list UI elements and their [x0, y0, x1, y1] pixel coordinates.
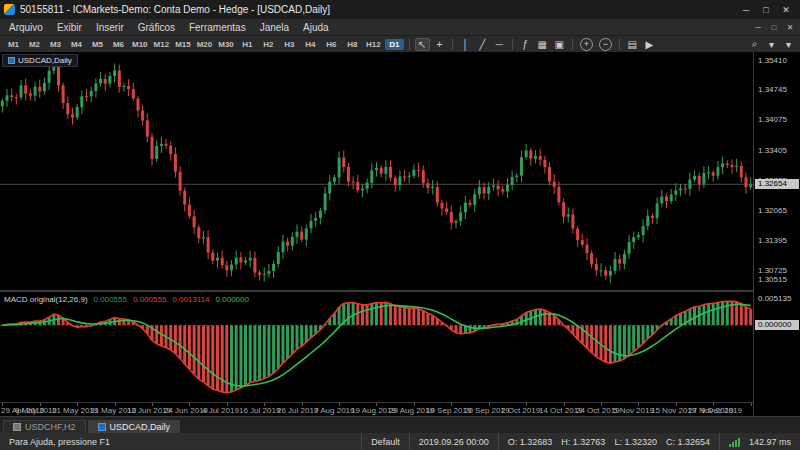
timeframe-button-m1[interactable]: M1	[4, 39, 23, 50]
tile-windows-icon[interactable]: ▤	[625, 38, 640, 51]
candle	[745, 177, 748, 187]
timeframe-button-h8[interactable]: H8	[343, 39, 362, 50]
trendline-icon[interactable]: ╱	[475, 38, 490, 51]
zoom-out-icon[interactable]: −	[599, 38, 612, 51]
chart-region[interactable]: USDCAD,Daily MACD original(12,26,9) 0.00…	[0, 52, 753, 402]
timeframe-button-m3[interactable]: M3	[46, 39, 65, 50]
candle	[651, 216, 654, 218]
candle	[398, 177, 401, 186]
candle	[267, 271, 270, 274]
macd-indicator-label: MACD original(12,26,9) 0.0005550.0005550…	[4, 295, 249, 304]
indicator-windows-icon[interactable]: ▦	[535, 38, 550, 51]
macd-indicator-panel[interactable]	[0, 292, 753, 402]
timeframe-button-m15[interactable]: M15	[173, 39, 193, 50]
child-close-button[interactable]: ✕	[782, 21, 798, 34]
macd-histogram-bar	[193, 325, 196, 374]
menu-item-ferramentas[interactable]: Ferramentas	[182, 19, 253, 35]
candle	[506, 185, 509, 192]
candle	[197, 227, 200, 238]
menu-item-exibir[interactable]: Exibir	[50, 19, 89, 35]
zoom-in-icon[interactable]: +	[580, 38, 593, 51]
candle	[66, 103, 69, 114]
macd-histogram-bar	[735, 302, 738, 325]
crosshair-icon[interactable]: +	[432, 38, 447, 51]
status-ohlc-panel: O: 1.32683H: 1.32763L: 1.32320C: 1.32654	[498, 433, 719, 450]
macd-histogram-bar	[347, 303, 350, 325]
date-axis[interactable]: 29 Apr 20199 May 201921 May 201931 May 2…	[0, 402, 753, 416]
chart-tab-icon	[98, 423, 106, 431]
candle	[487, 187, 490, 194]
macd-histogram-bar	[202, 325, 205, 382]
timeframe-button-d1[interactable]: D1	[385, 39, 404, 50]
timeframe-button-h2[interactable]: H2	[259, 39, 278, 50]
candle	[702, 173, 705, 184]
macd-histogram-bar	[637, 325, 640, 348]
date-axis-label: 9 Dec 2019	[701, 406, 742, 415]
child-restore-button[interactable]: □	[766, 21, 782, 34]
chart-tab-usdchf-h2[interactable]: USDCHF,H2	[3, 420, 86, 433]
maximize-button[interactable]: □	[756, 2, 776, 17]
macd-histogram-bar	[614, 325, 617, 362]
macd-current-value-label: 0.000000	[755, 320, 799, 330]
candle	[249, 258, 252, 261]
cursor-icon[interactable]: ↖	[415, 38, 430, 51]
candle	[165, 144, 168, 146]
macd-histogram-bar	[539, 309, 542, 325]
macd-histogram-bar	[216, 325, 219, 390]
candle	[520, 157, 523, 175]
timeframe-button-h12[interactable]: H12	[364, 39, 383, 50]
timeframe-group: M1M2M3M4M5M6M10M12M15M20M30H1H2H3H4H6H8H…	[3, 39, 405, 50]
candle	[38, 87, 41, 92]
menu-item-janela[interactable]: Janela	[253, 19, 296, 35]
close-button[interactable]: ✕	[776, 2, 796, 17]
minimize-button[interactable]: ─	[736, 2, 756, 17]
candlestick-chart[interactable]	[0, 52, 753, 290]
menu-item-ajuda[interactable]: Ajuda	[296, 19, 336, 35]
price-axis-label: 1.34075	[758, 115, 787, 125]
timeframe-button-m20[interactable]: M20	[195, 39, 215, 50]
timeframe-button-m12[interactable]: M12	[152, 39, 172, 50]
chart-tab-usdcad-daily[interactable]: USDCAD,Daily	[88, 420, 181, 433]
macd-histogram-bar	[155, 325, 158, 344]
timeframe-button-m5[interactable]: M5	[88, 39, 107, 50]
macd-histogram-bar	[459, 325, 462, 334]
timeframe-button-m4[interactable]: M4	[67, 39, 86, 50]
candle	[207, 237, 210, 252]
algo-trading-icon[interactable]: ▶	[642, 38, 657, 51]
menu-item-arquivo[interactable]: Arquivo	[2, 19, 50, 35]
candle	[15, 97, 18, 98]
status-profile-panel[interactable]: Default	[361, 433, 409, 450]
candle	[6, 95, 9, 101]
horizontal-line-icon[interactable]: ─	[492, 38, 507, 51]
price-axis[interactable]: 1.354101.347451.340751.334051.327351.320…	[753, 52, 800, 416]
favorites-dropdown-icon[interactable]: ▾	[764, 38, 779, 51]
timeframe-button-m10[interactable]: M10	[130, 39, 150, 50]
macd-histogram-bar	[590, 325, 593, 353]
chart-symbol-chip[interactable]: USDCAD,Daily	[2, 54, 78, 67]
timeframe-button-h6[interactable]: H6	[322, 39, 341, 50]
timeframe-button-m30[interactable]: M30	[216, 39, 236, 50]
timeframe-button-h1[interactable]: H1	[238, 39, 257, 50]
macd-histogram-bar	[179, 325, 182, 358]
child-minimize-button[interactable]: ─	[750, 21, 766, 34]
candle	[29, 94, 32, 96]
status-connection-panel[interactable]: 142.97 ms	[719, 433, 800, 450]
date-axis-tick	[751, 403, 752, 406]
objects-list-icon[interactable]: ▣	[552, 38, 567, 51]
timeframe-button-h3[interactable]: H3	[280, 39, 299, 50]
menu-item-inserir[interactable]: Inserir	[89, 19, 131, 35]
menu-item-graficos[interactable]: Gráficos	[131, 19, 182, 35]
candle	[282, 242, 285, 253]
indicators-icon[interactable]: ƒ	[518, 38, 533, 51]
toolbars-dropdown-icon[interactable]: ▾	[781, 38, 796, 51]
macd-histogram-bar	[183, 325, 186, 364]
price-axis-label: 1.34745	[758, 85, 787, 95]
search-icon[interactable]: ⌕	[747, 38, 762, 51]
macd-histogram-bar	[258, 325, 261, 380]
timeframe-button-h4[interactable]: H4	[301, 39, 320, 50]
candle	[576, 229, 579, 240]
macd-histogram-bar	[282, 325, 285, 363]
timeframe-button-m2[interactable]: M2	[25, 39, 44, 50]
vertical-line-icon[interactable]: │	[458, 38, 473, 51]
timeframe-button-m6[interactable]: M6	[109, 39, 128, 50]
